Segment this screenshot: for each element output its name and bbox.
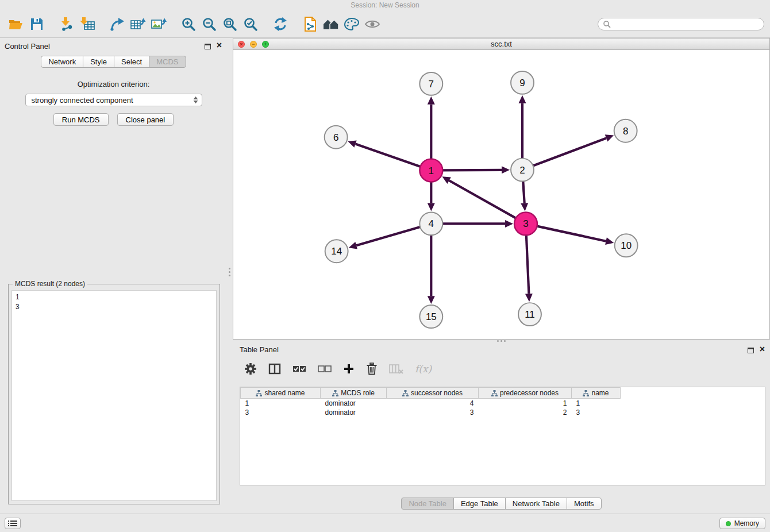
tab-motifs[interactable]: Motifs [567,498,602,510]
tab-mcds[interactable]: MCDS [149,56,186,68]
table-cell[interactable]: 3 [241,408,321,417]
graph-node-4[interactable]: 4 [419,212,442,235]
graph-node-8[interactable]: 8 [614,119,637,142]
tab-network-table[interactable]: Network Table [505,498,567,510]
zoom-in-icon [181,17,196,32]
graph-node-9[interactable]: 9 [511,71,534,94]
graph-node-15[interactable]: 15 [419,305,442,328]
graph-edge-1-2[interactable] [442,170,502,171]
table-panel-title: Table Panel [240,345,279,354]
graph-node-10[interactable]: 10 [615,234,638,257]
close-window-button[interactable]: × [238,41,245,48]
mcds-result-list[interactable]: 1 3 [11,290,217,501]
graph-edge-4-14[interactable] [356,227,420,245]
close-table-panel-icon[interactable]: × [760,344,765,354]
export-table-button[interactable] [128,14,148,34]
table-cell[interactable]: 1 [572,399,621,408]
tab-network[interactable]: Network [41,56,83,68]
table-cell[interactable]: 3 [387,408,479,417]
zoom-selected-button[interactable] [240,14,261,34]
column-header-shared-name[interactable]: shared name [241,388,321,399]
float-table-panel-icon[interactable] [748,346,754,355]
delete-column-button[interactable] [389,363,403,375]
zoom-out-button[interactable] [199,14,220,34]
document-share-button[interactable] [300,14,321,34]
graph-edge-3-1[interactable] [449,180,516,218]
zoom-in-button[interactable] [178,14,199,34]
document-share-icon [304,17,317,32]
show-hide-button[interactable] [362,14,383,34]
select-all-button[interactable] [292,364,306,374]
add-column-button[interactable] [343,363,355,375]
network-graph[interactable]: 1234678910111415 [233,50,769,339]
function-builder-button[interactable]: f(x) [415,363,432,375]
task-history-button[interactable] [5,518,21,529]
column-type-icon [256,390,262,396]
table-cell[interactable]: 2 [479,408,572,417]
export-network-button[interactable] [107,14,128,34]
table-cell[interactable]: 1 [479,399,572,408]
window-title: Session: New Session [351,1,419,9]
edge-arrowhead-icon [525,294,533,302]
table-cell[interactable]: 3 [572,408,621,417]
export-image-button[interactable] [148,14,169,34]
tab-node-table[interactable]: Node Table [401,498,454,510]
minimize-window-button[interactable]: − [250,41,257,48]
column-header-mcds-role[interactable]: MCDS role [321,388,387,399]
edge-arrowhead-icon [605,237,614,245]
graph-node-6[interactable]: 6 [325,126,348,149]
table-cell[interactable]: dominator [321,408,387,417]
show-columns-button[interactable] [268,363,281,375]
table-row[interactable]: 3dominator323 [241,408,621,417]
column-type-icon [491,390,498,396]
column-header-name[interactable]: name [572,388,621,399]
graph-edge-2-3[interactable] [523,182,524,203]
search-input[interactable] [614,20,759,29]
run-mcds-button[interactable]: Run MCDS [53,113,109,126]
import-network-button[interactable] [56,14,77,34]
float-control-panel-icon[interactable] [205,43,211,51]
close-control-panel-icon[interactable]: × [217,40,222,51]
table-cell[interactable]: dominator [321,399,387,408]
tab-select[interactable]: Select [114,56,149,68]
table-cell[interactable]: 1 [241,399,321,408]
maximize-window-button[interactable]: + [262,41,269,48]
table-settings-button[interactable] [244,363,257,375]
zoom-fit-button[interactable] [220,14,240,34]
graph-node-7[interactable]: 7 [419,72,442,95]
graph-node-1[interactable]: 1 [419,159,442,182]
close-panel-button[interactable]: Close panel [117,113,174,126]
import-table-button[interactable] [77,14,98,34]
refresh-view-button[interactable] [270,14,291,34]
tab-style[interactable]: Style [83,56,114,68]
column-header-predecessor-nodes[interactable]: predecessor nodes [479,388,572,399]
memory-button[interactable]: Memory [719,518,765,529]
graph-node-3[interactable]: 3 [514,212,537,235]
graph-node-14[interactable]: 14 [325,240,348,263]
delete-rows-button[interactable] [366,363,378,375]
graph-node-11[interactable]: 11 [518,303,541,326]
save-session-button[interactable] [26,14,47,34]
graph-edge-1-6[interactable] [356,144,421,167]
graph-edge-3-11[interactable] [526,235,529,294]
graph-edge-3-10[interactable] [537,226,606,241]
zoom-selected-icon [243,17,258,32]
open-session-button[interactable] [6,14,26,34]
search-box[interactable] [598,18,764,30]
network-overview-button[interactable] [321,14,341,34]
criterion-select[interactable]: strongly connected component [25,94,202,106]
refresh-icon [273,17,288,32]
column-type-icon [332,390,338,396]
table-cell[interactable]: 4 [387,399,479,408]
memory-status-icon [726,521,731,526]
svg-text:15: 15 [426,311,437,322]
vertical-splitter[interactable] [227,38,233,514]
deselect-all-button[interactable] [318,364,332,374]
column-header-successor-nodes[interactable]: successor nodes [387,388,479,399]
table-row[interactable]: 1dominator411 [241,399,621,408]
mcds-result-line: 3 [16,302,213,312]
tab-edge-table[interactable]: Edge Table [453,498,506,510]
graph-edge-2-8[interactable] [533,138,606,165]
style-palette-button[interactable] [341,14,362,34]
graph-node-2[interactable]: 2 [511,159,534,182]
